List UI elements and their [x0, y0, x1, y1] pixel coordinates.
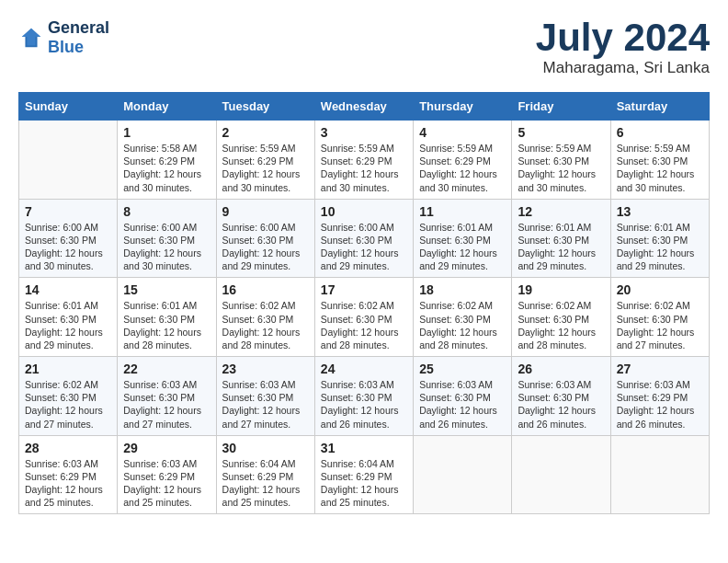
day-cell: 18Sunrise: 6:02 AMSunset: 6:30 PMDayligh… — [414, 278, 512, 357]
day-number: 28 — [25, 441, 111, 455]
day-number: 18 — [419, 282, 506, 297]
day-cell: 17Sunrise: 6:02 AMSunset: 6:30 PMDayligh… — [314, 278, 413, 357]
logo-icon — [18, 25, 44, 51]
day-info: Sunrise: 5:58 AMSunset: 6:29 PMDaylight:… — [123, 142, 210, 194]
page-header: General Blue July 2024 Maharagama, Sri L… — [18, 18, 710, 77]
day-info: Sunrise: 6:03 AMSunset: 6:30 PMDaylight:… — [123, 378, 210, 431]
day-info: Sunrise: 6:01 AMSunset: 6:30 PMDaylight:… — [123, 299, 210, 351]
day-cell: 20Sunrise: 6:02 AMSunset: 6:30 PMDayligh… — [610, 278, 709, 357]
day-cell: 8Sunrise: 6:00 AMSunset: 6:30 PMDaylight… — [118, 199, 216, 278]
day-cell: 16Sunrise: 6:02 AMSunset: 6:30 PMDayligh… — [216, 278, 314, 357]
day-number: 26 — [518, 362, 604, 376]
day-info: Sunrise: 6:02 AMSunset: 6:30 PMDaylight:… — [419, 299, 506, 351]
day-info: Sunrise: 6:03 AMSunset: 6:29 PMDaylight:… — [25, 457, 111, 510]
day-info: Sunrise: 6:00 AMSunset: 6:30 PMDaylight:… — [321, 221, 407, 273]
day-number: 30 — [222, 441, 309, 455]
day-info: Sunrise: 6:03 AMSunset: 6:30 PMDaylight:… — [222, 378, 309, 431]
day-number: 25 — [419, 362, 506, 376]
week-row-1: 1Sunrise: 5:58 AMSunset: 6:29 PMDaylight… — [19, 121, 710, 200]
day-info: Sunrise: 6:00 AMSunset: 6:30 PMDaylight:… — [25, 221, 111, 273]
day-cell: 13Sunrise: 6:01 AMSunset: 6:30 PMDayligh… — [610, 199, 709, 278]
day-cell: 9Sunrise: 6:00 AMSunset: 6:30 PMDaylight… — [216, 199, 314, 278]
day-info: Sunrise: 6:02 AMSunset: 6:30 PMDaylight:… — [617, 299, 703, 351]
day-cell — [414, 435, 512, 514]
day-number: 14 — [25, 282, 111, 297]
day-number: 16 — [222, 282, 309, 297]
day-info: Sunrise: 6:03 AMSunset: 6:30 PMDaylight:… — [518, 378, 604, 431]
day-number: 31 — [321, 441, 407, 455]
logo: General Blue — [18, 18, 109, 57]
day-cell — [610, 435, 709, 514]
day-info: Sunrise: 6:02 AMSunset: 6:30 PMDaylight:… — [518, 299, 604, 351]
day-number: 2 — [222, 125, 309, 140]
day-info: Sunrise: 5:59 AMSunset: 6:29 PMDaylight:… — [321, 142, 407, 194]
week-row-4: 21Sunrise: 6:02 AMSunset: 6:30 PMDayligh… — [19, 357, 710, 436]
day-info: Sunrise: 6:02 AMSunset: 6:30 PMDaylight:… — [222, 299, 309, 351]
day-cell: 3Sunrise: 5:59 AMSunset: 6:29 PMDaylight… — [314, 121, 413, 200]
weekday-header-monday: Monday — [118, 93, 216, 121]
week-row-2: 7Sunrise: 6:00 AMSunset: 6:30 PMDaylight… — [19, 199, 710, 278]
day-cell: 11Sunrise: 6:01 AMSunset: 6:30 PMDayligh… — [414, 199, 512, 278]
day-number: 24 — [321, 362, 407, 376]
weekday-header-sunday: Sunday — [19, 93, 118, 121]
day-cell — [512, 435, 610, 514]
day-number: 6 — [617, 125, 703, 140]
day-number: 9 — [222, 204, 309, 219]
day-cell: 5Sunrise: 5:59 AMSunset: 6:30 PMDaylight… — [512, 121, 610, 200]
day-cell: 15Sunrise: 6:01 AMSunset: 6:30 PMDayligh… — [118, 278, 216, 357]
day-info: Sunrise: 6:03 AMSunset: 6:30 PMDaylight:… — [321, 378, 407, 431]
day-info: Sunrise: 5:59 AMSunset: 6:30 PMDaylight:… — [617, 142, 703, 194]
day-cell: 28Sunrise: 6:03 AMSunset: 6:29 PMDayligh… — [19, 435, 118, 514]
week-row-5: 28Sunrise: 6:03 AMSunset: 6:29 PMDayligh… — [19, 435, 710, 514]
day-number: 5 — [518, 125, 604, 140]
day-info: Sunrise: 5:59 AMSunset: 6:29 PMDaylight:… — [222, 142, 309, 194]
day-number: 15 — [123, 282, 210, 297]
day-cell: 4Sunrise: 5:59 AMSunset: 6:29 PMDaylight… — [414, 121, 512, 200]
week-row-3: 14Sunrise: 6:01 AMSunset: 6:30 PMDayligh… — [19, 278, 710, 357]
day-number: 29 — [123, 441, 210, 455]
day-cell: 10Sunrise: 6:00 AMSunset: 6:30 PMDayligh… — [314, 199, 413, 278]
day-number: 21 — [25, 362, 111, 376]
weekday-header-saturday: Saturday — [610, 93, 709, 121]
day-info: Sunrise: 6:03 AMSunset: 6:30 PMDaylight:… — [419, 378, 506, 431]
day-cell: 25Sunrise: 6:03 AMSunset: 6:30 PMDayligh… — [414, 357, 512, 436]
day-cell: 1Sunrise: 5:58 AMSunset: 6:29 PMDaylight… — [118, 121, 216, 200]
day-info: Sunrise: 6:00 AMSunset: 6:30 PMDaylight:… — [123, 221, 210, 273]
day-number: 13 — [617, 204, 703, 219]
day-cell: 2Sunrise: 5:59 AMSunset: 6:29 PMDaylight… — [216, 121, 314, 200]
day-cell: 29Sunrise: 6:03 AMSunset: 6:29 PMDayligh… — [118, 435, 216, 514]
day-number: 4 — [419, 125, 506, 140]
day-info: Sunrise: 6:00 AMSunset: 6:30 PMDaylight:… — [222, 221, 309, 273]
day-cell: 23Sunrise: 6:03 AMSunset: 6:30 PMDayligh… — [216, 357, 314, 436]
day-info: Sunrise: 6:01 AMSunset: 6:30 PMDaylight:… — [25, 299, 111, 351]
day-number: 22 — [123, 362, 210, 376]
day-cell: 19Sunrise: 6:02 AMSunset: 6:30 PMDayligh… — [512, 278, 610, 357]
day-cell: 21Sunrise: 6:02 AMSunset: 6:30 PMDayligh… — [19, 357, 118, 436]
day-cell: 27Sunrise: 6:03 AMSunset: 6:29 PMDayligh… — [610, 357, 709, 436]
day-number: 27 — [617, 362, 703, 376]
weekday-header-thursday: Thursday — [414, 93, 512, 121]
day-info: Sunrise: 6:03 AMSunset: 6:29 PMDaylight:… — [123, 457, 210, 510]
day-cell: 26Sunrise: 6:03 AMSunset: 6:30 PMDayligh… — [512, 357, 610, 436]
day-info: Sunrise: 6:02 AMSunset: 6:30 PMDaylight:… — [321, 299, 407, 351]
day-cell: 7Sunrise: 6:00 AMSunset: 6:30 PMDaylight… — [19, 199, 118, 278]
day-number: 20 — [617, 282, 703, 297]
day-number: 1 — [123, 125, 210, 140]
day-cell: 12Sunrise: 6:01 AMSunset: 6:30 PMDayligh… — [512, 199, 610, 278]
day-info: Sunrise: 6:03 AMSunset: 6:29 PMDaylight:… — [617, 378, 703, 431]
day-number: 23 — [222, 362, 309, 376]
location: Maharagama, Sri Lanka — [536, 59, 710, 77]
day-number: 17 — [321, 282, 407, 297]
day-cell: 24Sunrise: 6:03 AMSunset: 6:30 PMDayligh… — [314, 357, 413, 436]
month-title: July 2024 — [536, 18, 710, 57]
logo-text: General Blue — [48, 18, 109, 57]
day-cell — [19, 121, 118, 200]
calendar-table: SundayMondayTuesdayWednesdayThursdayFrid… — [18, 92, 710, 514]
day-cell: 22Sunrise: 6:03 AMSunset: 6:30 PMDayligh… — [118, 357, 216, 436]
day-number: 12 — [518, 204, 604, 219]
day-number: 7 — [25, 204, 111, 219]
weekday-header-wednesday: Wednesday — [314, 93, 413, 121]
weekday-header-tuesday: Tuesday — [216, 93, 314, 121]
day-number: 11 — [419, 204, 506, 219]
day-info: Sunrise: 5:59 AMSunset: 6:30 PMDaylight:… — [518, 142, 604, 194]
